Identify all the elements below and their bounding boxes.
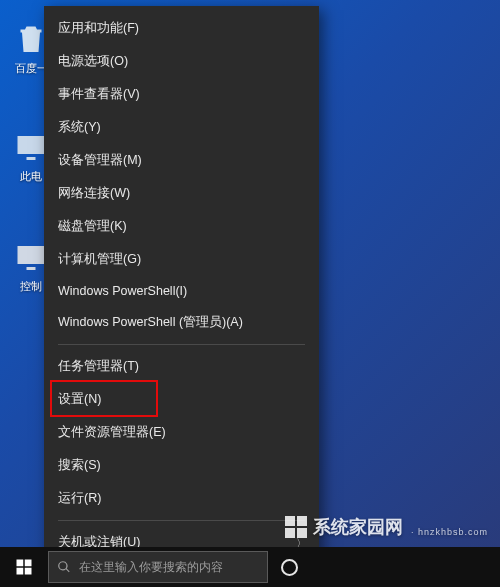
menu-item[interactable]: 磁盘管理(K)	[44, 210, 319, 243]
menu-item-label: 电源选项(O)	[58, 54, 128, 68]
menu-item-label: 应用和功能(F)	[58, 21, 139, 35]
menu-item-label: 设置(N)	[58, 392, 101, 406]
menu-item-label: 事件查看器(V)	[58, 87, 140, 101]
menu-item-label: 磁盘管理(K)	[58, 219, 127, 233]
menu-item-label: 计算机管理(G)	[58, 252, 141, 266]
menu-item-label: 网络连接(W)	[58, 186, 130, 200]
menu-item[interactable]: Windows PowerShell (管理员)(A)	[44, 306, 319, 339]
menu-item[interactable]: 应用和功能(F)	[44, 12, 319, 45]
search-icon	[57, 560, 71, 574]
menu-item[interactable]: 任务管理器(T)	[44, 350, 319, 383]
menu-item[interactable]: 电源选项(O)	[44, 45, 319, 78]
menu-item-label: Windows PowerShell (管理员)(A)	[58, 315, 243, 329]
watermark: 系统家园网 · hnzkhbsb.com	[285, 515, 488, 539]
menu-item[interactable]: 计算机管理(G)	[44, 243, 319, 276]
svg-rect-0	[17, 560, 24, 567]
menu-item-label: 系统(Y)	[58, 120, 101, 134]
winx-context-menu: 应用和功能(F)电源选项(O)事件查看器(V)系统(Y)设备管理器(M)网络连接…	[44, 6, 319, 587]
search-placeholder: 在这里输入你要搜索的内容	[79, 559, 223, 576]
windows-logo-icon	[15, 558, 33, 576]
menu-item[interactable]: 系统(Y)	[44, 111, 319, 144]
menu-separator	[58, 520, 305, 521]
menu-item-label: 设备管理器(M)	[58, 153, 142, 167]
menu-item[interactable]: 运行(R)	[44, 482, 319, 515]
watermark-sub: · hnzkhbsb.com	[411, 527, 488, 537]
svg-rect-3	[25, 568, 32, 575]
menu-item[interactable]: 文件资源管理器(E)	[44, 416, 319, 449]
desktop-icon-label: 此电	[20, 170, 42, 182]
menu-item[interactable]: Windows PowerShell(I)	[44, 276, 319, 306]
svg-rect-2	[17, 568, 24, 575]
menu-item-label: 文件资源管理器(E)	[58, 425, 166, 439]
cortana-ring-icon	[281, 559, 298, 576]
menu-item[interactable]: 设置(N)	[44, 383, 319, 416]
menu-item-label: 任务管理器(T)	[58, 359, 139, 373]
desktop-icon-label: 控制	[20, 280, 42, 292]
menu-item[interactable]: 网络连接(W)	[44, 177, 319, 210]
taskbar: 在这里输入你要搜索的内容	[0, 547, 500, 587]
menu-item-label: Windows PowerShell(I)	[58, 284, 187, 298]
start-button[interactable]	[2, 547, 46, 587]
desktop-icon-label: 百度一	[15, 62, 48, 74]
menu-item-label: 运行(R)	[58, 491, 101, 505]
svg-rect-1	[25, 560, 32, 567]
menu-item-label: 搜索(S)	[58, 458, 101, 472]
watermark-text: 系统家园网	[313, 515, 403, 539]
menu-item[interactable]: 搜索(S)	[44, 449, 319, 482]
cortana-button[interactable]	[268, 547, 310, 587]
watermark-logo-icon	[285, 516, 307, 538]
taskbar-search[interactable]: 在这里输入你要搜索的内容	[48, 551, 268, 583]
menu-item[interactable]: 事件查看器(V)	[44, 78, 319, 111]
menu-separator	[58, 344, 305, 345]
menu-item[interactable]: 设备管理器(M)	[44, 144, 319, 177]
